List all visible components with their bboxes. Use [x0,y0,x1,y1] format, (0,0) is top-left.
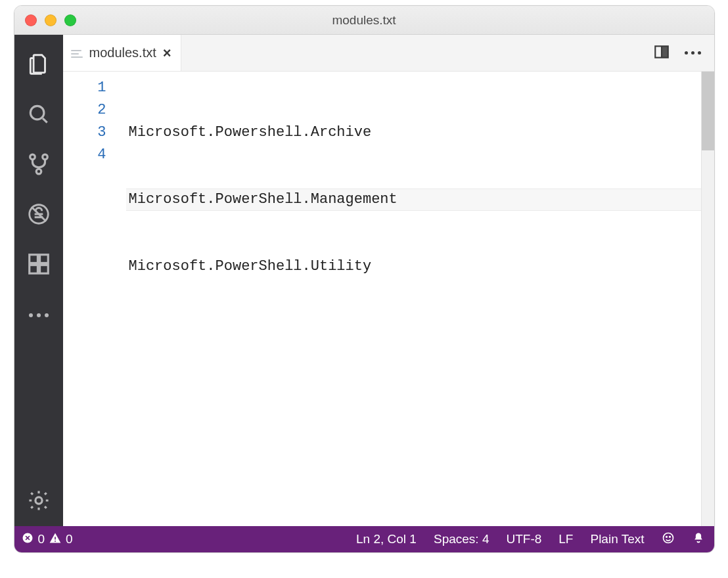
editor-tab[interactable]: modules.txt × [63,35,181,71]
status-right: Ln 2, Col 1 Spaces: 4 UTF-8 LF Plain Tex… [356,531,704,548]
svg-rect-5 [29,255,37,263]
code-line[interactable]: Microsoft.PowerShell.Management [126,189,701,211]
line-number: 2 [63,99,126,122]
svg-point-2 [42,154,47,160]
svg-point-3 [36,169,41,174]
window-minimize-button[interactable] [45,14,57,26]
status-eol[interactable]: LF [558,532,573,546]
main-body: modules.txt × [14,35,714,526]
activity-source-control[interactable] [14,141,63,190]
svg-rect-13 [55,537,56,539]
editor-tabs: modules.txt × [63,35,714,72]
svg-rect-7 [29,265,37,274]
ellipsis-icon [29,313,49,317]
status-indent[interactable]: Spaces: 4 [434,532,489,546]
line-number-gutter: 1 2 3 4 [63,72,126,526]
window-zoom-button[interactable] [64,14,76,26]
status-language-text: Plain Text [590,532,644,546]
extensions-icon [26,252,51,279]
warning-icon [49,531,62,548]
split-icon [653,43,670,63]
activity-debug[interactable] [14,191,63,240]
status-feedback[interactable] [662,531,675,548]
status-indent-text: Spaces: 4 [434,532,489,546]
svg-point-0 [30,106,44,120]
activity-explorer[interactable] [14,41,63,90]
status-encoding-text: UTF-8 [506,532,541,546]
activity-settings[interactable] [14,478,63,526]
branch-icon [26,152,51,179]
vertical-scrollbar[interactable] [701,72,714,526]
line-number: 1 [63,77,126,99]
editor-tab-label: modules.txt [89,45,156,60]
status-notifications[interactable] [692,531,705,548]
ellipsis-icon [685,51,701,55]
titlebar: modules.txt [14,6,714,35]
gear-icon [26,488,51,516]
status-cursor-text: Ln 2, Col 1 [356,532,417,546]
window-controls [14,14,76,26]
smiley-icon [662,531,675,548]
code-content[interactable]: Microsoft.Powershell.Archive Microsoft.P… [126,72,701,526]
svg-point-17 [669,536,670,537]
error-icon [21,531,34,548]
svg-point-15 [663,533,673,543]
window-title: modules.txt [14,13,714,28]
svg-rect-8 [39,265,48,274]
files-icon [26,52,51,79]
app-window: modules.txt [14,5,715,553]
activity-bar [14,35,63,526]
tab-close-icon[interactable]: × [163,46,171,60]
svg-point-16 [666,536,667,537]
editor-group: modules.txt × [63,35,714,526]
line-number: 4 [63,144,126,166]
status-encoding[interactable]: UTF-8 [506,532,541,546]
file-lines-icon [71,49,83,58]
window-close-button[interactable] [25,14,37,26]
status-language[interactable]: Plain Text [590,532,644,546]
editor-actions [653,35,714,71]
text-editor[interactable]: 1 2 3 4 Microsoft.Powershell.Archive Mic… [63,72,714,526]
svg-rect-14 [55,541,56,542]
code-line[interactable]: Microsoft.Powershell.Archive [126,122,701,144]
svg-point-9 [35,497,41,504]
activity-search[interactable] [14,91,63,140]
code-text: Microsoft.PowerShell.Management [129,189,398,211]
search-icon [26,102,51,129]
status-bar: 0 0 Ln 2, Col 1 Spaces: 4 UTF-8 LF Plain… [14,526,714,552]
svg-rect-6 [39,255,48,263]
scrollbar-thumb[interactable] [702,72,714,150]
code-text: Microsoft.PowerShell.Utility [129,256,372,278]
tabs-spacer [181,35,653,71]
code-line[interactable]: Microsoft.PowerShell.Utility [126,256,701,278]
status-warnings-count: 0 [66,532,73,546]
svg-point-1 [30,154,35,160]
bug-slash-icon [26,202,51,229]
status-errors-count: 0 [38,532,45,546]
line-number: 3 [63,122,126,144]
bell-icon [692,531,705,548]
code-line[interactable] [126,322,701,345]
activity-more[interactable] [14,291,63,340]
svg-rect-11 [662,47,668,56]
split-editor-button[interactable] [653,43,670,63]
code-text: Microsoft.Powershell.Archive [129,122,372,144]
status-eol-text: LF [558,532,573,546]
editor-more-button[interactable] [685,51,701,55]
status-cursor[interactable]: Ln 2, Col 1 [356,532,417,546]
status-problems[interactable]: 0 0 [21,531,73,548]
activity-extensions[interactable] [14,241,63,290]
status-left: 0 0 [21,531,73,548]
